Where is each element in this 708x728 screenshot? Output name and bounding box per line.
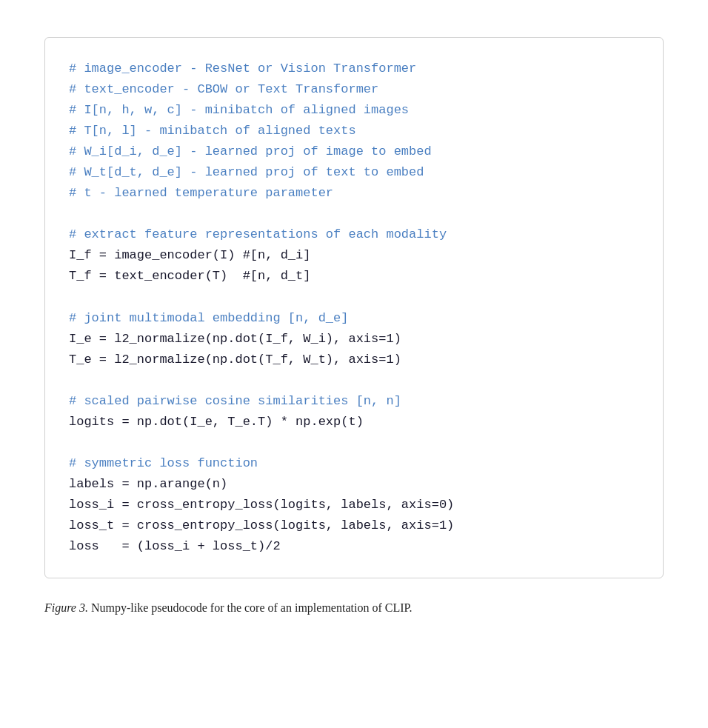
code-code-line: I_f = image_encoder(I) #[n, d_i] (69, 245, 639, 266)
code-empty-line (69, 370, 639, 391)
code-comment-line: # text_encoder - CBOW or Text Transforme… (69, 79, 639, 100)
code-block: # image_encoder - ResNet or Vision Trans… (44, 37, 664, 578)
code-comment-line: # scaled pairwise cosine similarities [n… (69, 391, 639, 412)
code-comment-line: # W_t[d_t, d_e] - learned proj of text t… (69, 162, 639, 183)
code-comment-line: # I[n, h, w, c] - minibatch of aligned i… (69, 100, 639, 121)
code-code-line: T_f = text_encoder(T) #[n, d_t] (69, 266, 639, 287)
page-container: # image_encoder - ResNet or Vision Trans… (15, 15, 693, 640)
code-code-line: I_e = l2_normalize(np.dot(I_f, W_i), axi… (69, 329, 639, 350)
code-code-line: loss_i = cross_entropy_loss(logits, labe… (69, 495, 639, 515)
code-comment-line: # image_encoder - ResNet or Vision Trans… (69, 59, 639, 79)
code-comment-line: # extract feature representations of eac… (69, 224, 639, 245)
code-code-line: logits = np.dot(I_e, T_e.T) * np.exp(t) (69, 412, 639, 433)
code-comment-line: # W_i[d_i, d_e] - learned proj of image … (69, 141, 639, 162)
code-empty-line (69, 433, 639, 453)
figure-label: Figure 3. (44, 601, 88, 614)
code-comment-line: # t - learned temperature parameter (69, 183, 639, 204)
code-comment-line: # T[n, l] - minibatch of aligned texts (69, 121, 639, 141)
code-empty-line (69, 287, 639, 308)
figure-caption: Figure 3. Numpy-like pseudocode for the … (44, 599, 664, 618)
code-code-line: T_e = l2_normalize(np.dot(T_f, W_t), axi… (69, 350, 639, 370)
caption-text: Numpy-like pseudocode for the core of an… (88, 601, 413, 614)
code-comment-line: # symmetric loss function (69, 453, 639, 474)
code-code-line: labels = np.arange(n) (69, 474, 639, 495)
code-code-line: loss = (loss_i + loss_t)/2 (69, 536, 639, 557)
code-comment-line: # joint multimodal embedding [n, d_e] (69, 308, 639, 329)
code-code-line: loss_t = cross_entropy_loss(logits, labe… (69, 515, 639, 536)
code-empty-line (69, 204, 639, 224)
